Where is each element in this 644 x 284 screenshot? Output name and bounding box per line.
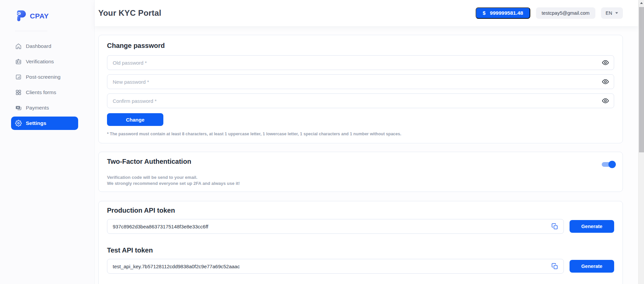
chevron-down-icon [615, 12, 618, 14]
payments-card-icon [15, 104, 22, 111]
two-factor-toggle[interactable] [601, 160, 616, 169]
cpay-logo: CPAY [0, 0, 94, 22]
sidebar-item-post-screening[interactable]: Post-screening [11, 69, 78, 85]
copy-test-token-button[interactable] [549, 261, 560, 272]
sidebar-item-label: Post-screening [26, 74, 60, 80]
two-factor-line-2: We strongly recommend everyone set up 2F… [107, 181, 614, 187]
balance-currency: $ [483, 10, 486, 16]
page-title: Your KYC Portal [98, 8, 161, 18]
two-factor-description: Verification code will be send to your e… [107, 174, 614, 187]
two-factor-line-1: Verification code will be send to your e… [107, 174, 614, 181]
language-selector[interactable]: EN [601, 7, 623, 19]
sidebar-item-payments[interactable]: Payments [11, 100, 78, 116]
production-token-input[interactable] [107, 219, 564, 234]
scrollbar-up-arrow[interactable] [639, 0, 644, 6]
toggle-confirm-password-visibility-button[interactable] [599, 95, 611, 107]
confirm-password-input[interactable] [107, 93, 614, 108]
confirm-password-field-wrap [107, 93, 614, 108]
copy-production-token-button[interactable] [549, 221, 560, 232]
cpay-logo-text: CPAY [30, 12, 49, 20]
toggle-knob [608, 161, 616, 168]
sidebar-item-label: Dashboard [26, 43, 51, 49]
id-card-icon [15, 58, 22, 65]
main-area: Your KYC Portal $ 999999581.48 testcpay5… [95, 0, 638, 284]
sidebar-item-label: Clients forms [26, 89, 56, 95]
generate-test-token-button[interactable]: Generate [570, 260, 614, 273]
language-value: EN [606, 10, 612, 16]
settings-content: Change password [95, 26, 638, 284]
two-factor-title: Two-Factor Authentication [107, 158, 614, 165]
test-token-field-wrap [107, 259, 564, 274]
copy-icon [551, 263, 558, 270]
eye-icon [602, 59, 609, 66]
sidebar-item-verifications[interactable]: Verifications [11, 54, 78, 69]
change-password-submit-button[interactable]: Change [107, 113, 163, 126]
balance-button[interactable]: $ 999999581.48 [476, 7, 530, 19]
sidebar-item-label: Payments [26, 105, 49, 111]
toggle-new-password-visibility-button[interactable] [599, 76, 611, 88]
production-api-token-title: Production API token [107, 207, 614, 214]
sidebar-menu: Dashboard Verifications [0, 39, 78, 131]
copy-icon [551, 223, 558, 230]
sidebar-item-label: Verifications [26, 59, 54, 65]
app-window: CPAY Dashboard [0, 0, 644, 284]
production-token-row: Generate [107, 219, 614, 234]
two-factor-card: Two-Factor Authentication Verification c… [98, 152, 623, 192]
old-password-field-wrap [107, 55, 614, 70]
new-password-input[interactable] [107, 74, 614, 89]
bar-chart-icon [15, 74, 22, 80]
scrollbar-thumb[interactable] [639, 7, 644, 152]
cpay-logo-icon [16, 10, 26, 22]
top-header: Your KYC Portal $ 999999581.48 testcpay5… [95, 0, 638, 26]
account-email-chip[interactable]: testcpay5@gmail.com [536, 7, 595, 19]
test-token-row: Generate [107, 259, 614, 274]
change-password-title: Change password [107, 42, 614, 50]
toggle-old-password-visibility-button[interactable] [599, 57, 611, 69]
password-fields [107, 55, 614, 108]
test-token-input[interactable] [107, 259, 564, 274]
grid-icon [15, 89, 22, 96]
sidebar-divider [15, 31, 47, 31]
sidebar-item-settings[interactable]: Settings [11, 117, 78, 130]
production-token-field-wrap [107, 219, 564, 234]
api-tokens-card: Production API token [98, 201, 623, 284]
sidebar-item-dashboard[interactable]: Dashboard [11, 39, 78, 54]
change-password-card: Change password [98, 35, 623, 143]
header-actions: $ 999999581.48 testcpay5@gmail.com EN [476, 7, 623, 19]
eye-icon [602, 97, 609, 104]
test-api-token-title: Test API token [107, 246, 614, 254]
password-requirements-note: * The password must contain at least 8 c… [107, 132, 614, 136]
sidebar-item-label: Settings [26, 120, 46, 126]
new-password-field-wrap [107, 74, 614, 89]
balance-amount: 999999581.48 [490, 10, 523, 16]
vertical-scrollbar[interactable] [638, 0, 644, 284]
account-email: testcpay5@gmail.com [542, 10, 590, 16]
generate-production-token-button[interactable]: Generate [570, 220, 614, 233]
old-password-input[interactable] [107, 55, 614, 70]
home-icon [15, 43, 22, 50]
sidebar: CPAY Dashboard [0, 0, 95, 284]
eye-icon [602, 78, 609, 85]
gear-icon [15, 120, 22, 127]
sidebar-item-clients-forms[interactable]: Clients forms [11, 85, 78, 100]
